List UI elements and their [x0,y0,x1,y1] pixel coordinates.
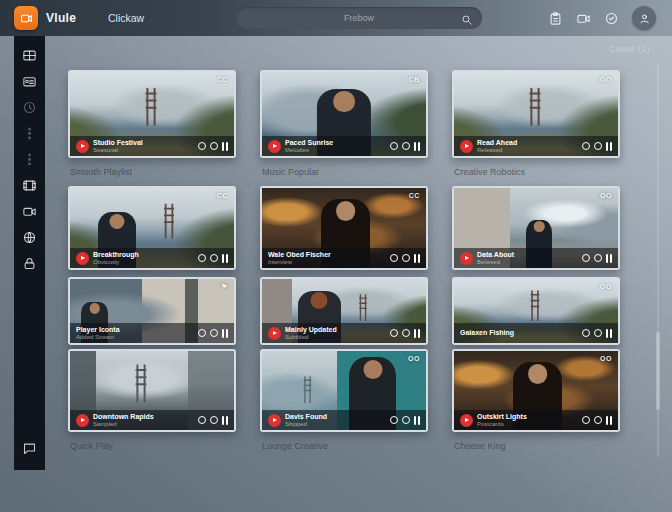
cc-badge: OO [600,76,612,83]
video-info-bar: Outskirt LightsPostcards [454,410,618,430]
video-caption[interactable]: Smooth Playlist [68,167,236,177]
circle-icon [390,254,398,262]
pause-icon[interactable] [414,329,420,338]
pause-icon[interactable] [222,329,228,338]
circle-icon [582,416,590,424]
video-caption[interactable]: Creative Robotics [452,167,620,177]
video-subtitle: Added Stream [76,334,194,341]
video-card[interactable]: OOData AboutBelieved [452,186,620,270]
sidebar-item-dashboard[interactable] [22,48,37,63]
video-card[interactable]: OOGalaxen Fishing [452,277,620,345]
video-card[interactable]: CBPaced SunriseMelodies [260,70,428,158]
video-caption[interactable]: Music Popular [260,167,428,177]
video-subtitle: Interview [268,259,386,266]
video-thumbnail: CCBreakthroughObviously [70,188,234,268]
video-thumbnail: CBPaced SunriseMelodies [262,72,426,156]
profile-avatar[interactable] [632,6,656,30]
video-card[interactable]: Mainly UpdatedSubtitled [260,277,428,345]
video-card[interactable]: ⚑Player IcontaAdded Stream [68,277,236,345]
circle-icon [402,416,410,424]
video-title: Mainly Updated [285,326,386,334]
duration-meta [198,254,228,263]
pause-icon[interactable] [606,416,612,425]
sidebar-item-explore[interactable] [22,230,37,245]
video-card[interactable]: OORead AheadReleased [452,70,620,158]
sidebar-item-videos[interactable] [22,178,37,193]
sidebar-item-feedback[interactable] [22,441,37,456]
search-bar[interactable] [236,7,482,29]
app-logo[interactable] [14,6,38,30]
video-info-bar: Downtown RapidsSampled [70,410,234,430]
video-info-bar: Player IcontaAdded Stream [70,323,234,343]
video-info-bar: Davis FoundShipped [262,410,426,430]
video-card[interactable]: CCStudio FestivalSeasonal [68,70,236,158]
pause-icon[interactable] [222,254,228,263]
sidebar-item-library[interactable] [22,74,37,89]
pause-icon[interactable] [414,254,420,263]
sidebar-navigation [14,36,45,470]
circle-icon [594,329,602,337]
pause-icon[interactable] [222,416,228,425]
pause-icon[interactable] [414,416,420,425]
video-subtitle: Seasonal [93,147,194,154]
pause-icon[interactable] [606,329,612,338]
bridge-illustration [132,362,150,403]
nav-item-clickaw[interactable]: Clickaw [108,0,144,36]
video-thumbnail: CCStudio FestivalSeasonal [70,72,234,156]
video-info-bar: Studio FestivalSeasonal [70,136,234,156]
sidebar-item-camera[interactable] [22,204,37,219]
circle-icon [390,142,398,150]
video-logo-icon [20,12,33,25]
search-icon[interactable] [461,12,473,24]
duration-meta [582,329,612,338]
scrollbar-thumb[interactable] [656,332,660,410]
video-info-bar: Wale Obed FischerInterview [262,248,426,268]
video-title: Paced Sunrise [285,139,386,147]
sidebar-item-more-1[interactable] [22,126,37,141]
video-grid: CCStudio FestivalSeasonalCBPaced Sunrise… [68,70,620,460]
duration-meta [390,416,420,425]
pause-icon[interactable] [606,142,612,151]
pause-icon[interactable] [414,142,420,151]
video-caption[interactable]: Cheese King [452,441,620,451]
video-info-bar: Data AboutBelieved [454,248,618,268]
video-title: Outskirt Lights [477,413,578,421]
circle-icon [402,142,410,150]
pause-icon[interactable] [222,142,228,151]
video-thumbnail: OODavis FoundShipped [262,351,426,430]
video-thumbnail: ⚑Player IcontaAdded Stream [70,279,234,343]
video-subtitle: Believed [477,259,578,266]
circle-icon [582,142,590,150]
duration-meta [198,416,228,425]
video-card[interactable]: CCWale Obed FischerInterview [260,186,428,270]
video-info-bar: BreakthroughObviously [70,248,234,268]
cc-badge: CB [409,76,420,83]
sidebar-item-private[interactable] [22,256,37,271]
video-card[interactable]: Downtown RapidsSampled [68,349,236,432]
circle-icon [402,329,410,337]
video-card[interactable]: OODavis FoundShipped [260,349,428,432]
video-title: Davis Found [285,413,386,421]
sidebar-item-history[interactable] [22,100,37,115]
circle-icon [390,416,398,424]
video-caption[interactable]: Lounge Creative [260,441,428,451]
pause-icon[interactable] [606,254,612,263]
video-title: Downtown Rapids [93,413,194,421]
badge-check-icon[interactable] [604,11,619,26]
search-input[interactable] [236,7,482,29]
video-info-bar: Galaxen Fishing [454,323,618,343]
duration-meta [582,142,612,151]
video-title: Player Iconta [76,326,194,334]
sidebar-item-more-2[interactable] [22,152,37,167]
video-card[interactable]: CCBreakthroughObviously [68,186,236,270]
channel-badge [460,252,473,265]
app-title: Vlule [46,0,76,36]
video-title: Read Ahead [477,139,578,147]
count-label: Count (1) [609,44,650,54]
video-card[interactable]: OOOutskirt LightsPostcards [452,349,620,432]
video-camera-icon[interactable] [576,11,591,26]
clipboard-icon[interactable] [548,11,563,26]
video-thumbnail: Downtown RapidsSampled [70,351,234,430]
channel-badge [268,140,281,153]
video-caption[interactable]: Quick Play [68,441,236,451]
